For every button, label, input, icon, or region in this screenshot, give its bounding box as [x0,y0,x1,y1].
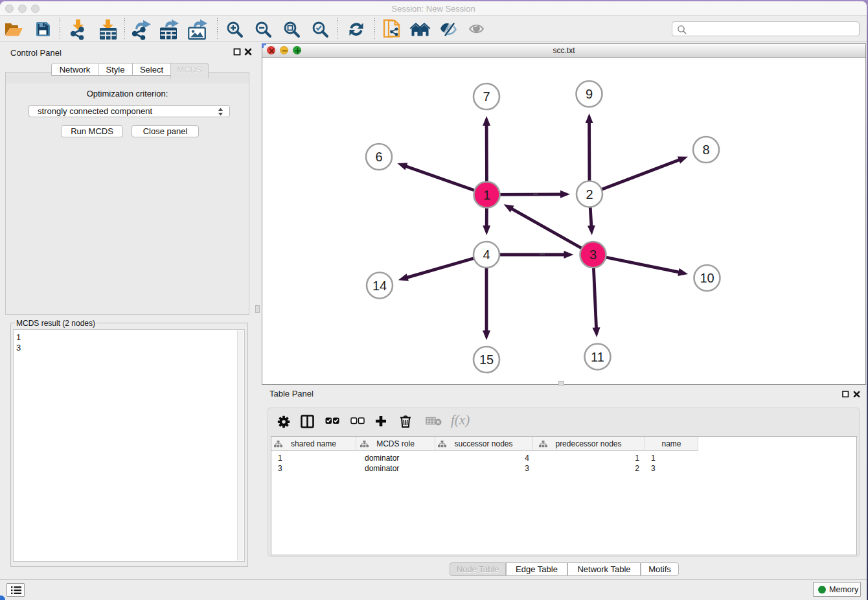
svg-text:4: 4 [483,248,490,262]
svg-text:2: 2 [586,187,593,202]
svg-text:6: 6 [375,150,382,164]
svg-text:3: 3 [589,248,597,262]
svg-text:1: 1 [483,188,490,202]
svg-text:15: 15 [479,352,494,367]
svg-text:11: 11 [591,350,604,364]
svg-text:14: 14 [372,279,387,293]
svg-text:9: 9 [586,87,593,101]
svg-text:8: 8 [702,143,709,157]
svg-text:7: 7 [483,89,490,104]
svg-text:10: 10 [700,271,714,285]
